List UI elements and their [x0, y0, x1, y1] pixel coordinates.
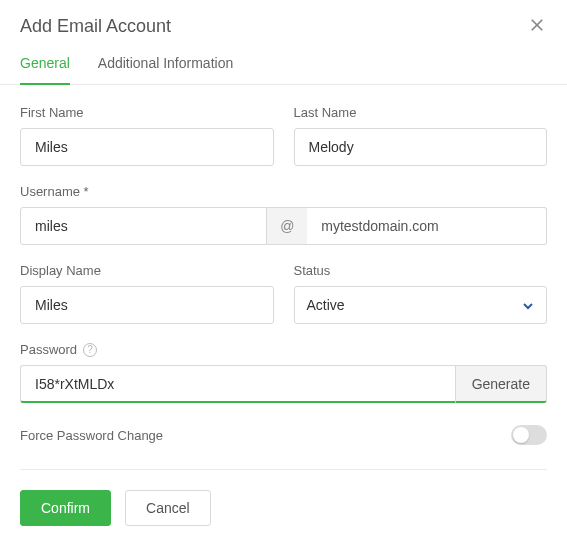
close-button[interactable]: [527, 17, 547, 37]
close-icon: [530, 18, 544, 36]
force-password-label: Force Password Change: [20, 428, 163, 443]
tab-general[interactable]: General: [20, 45, 70, 85]
username-label: Username *: [20, 184, 547, 199]
display-name-input-wrap: [20, 286, 274, 324]
force-password-toggle[interactable]: [511, 425, 547, 445]
confirm-button[interactable]: Confirm: [20, 490, 111, 526]
dialog-header: Add Email Account: [0, 0, 567, 45]
last-name-label: Last Name: [294, 105, 548, 120]
password-input[interactable]: [33, 375, 443, 393]
username-input[interactable]: [33, 217, 254, 235]
status-label: Status: [294, 263, 548, 278]
status-select[interactable]: Active: [294, 286, 548, 324]
generate-button[interactable]: Generate: [455, 365, 547, 403]
dialog-footer: Confirm Cancel: [0, 472, 567, 544]
domain-display: mytestdomain.com: [307, 207, 547, 245]
password-group: Generate: [20, 365, 547, 403]
status-value: Active: [307, 297, 345, 313]
password-label: Password: [20, 342, 77, 357]
first-name-label: First Name: [20, 105, 274, 120]
first-name-input-wrap: [20, 128, 274, 166]
display-name-input[interactable]: [33, 296, 261, 314]
username-group: @ mytestdomain.com: [20, 207, 547, 245]
last-name-input-wrap: [294, 128, 548, 166]
first-name-input[interactable]: [33, 138, 261, 156]
display-name-label: Display Name: [20, 263, 274, 278]
dialog-title: Add Email Account: [20, 16, 171, 37]
tab-bar: General Additional Information: [0, 45, 567, 85]
last-name-input[interactable]: [307, 138, 535, 156]
cancel-button[interactable]: Cancel: [125, 490, 211, 526]
dialog-body: First Name Last Name Username * @: [0, 85, 567, 490]
toggle-knob: [513, 427, 529, 443]
help-icon[interactable]: ?: [83, 343, 97, 357]
chevron-down-icon: [522, 299, 534, 311]
at-symbol: @: [267, 207, 307, 245]
force-password-row: Force Password Change: [20, 421, 547, 470]
password-label-row: Password ?: [20, 342, 547, 357]
tab-additional-information[interactable]: Additional Information: [98, 45, 233, 85]
add-email-account-dialog: Add Email Account General Additional Inf…: [0, 0, 567, 544]
